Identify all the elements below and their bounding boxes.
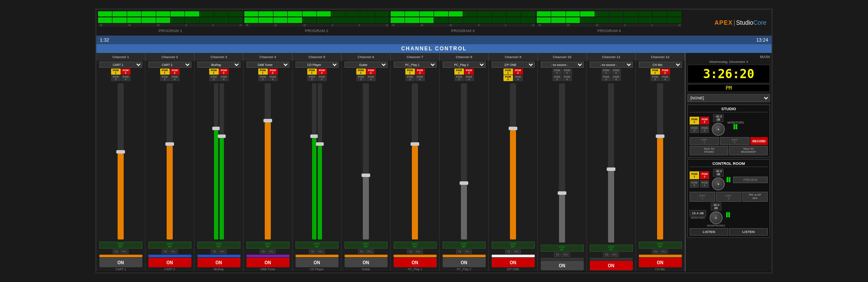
ch11-pgm1-btn[interactable]: PGM1 xyxy=(602,69,611,75)
ch12-auto-mix-btn[interactable]: AUTOMIX xyxy=(639,242,682,249)
ch12-pgm2-btn[interactable]: PGM2 xyxy=(661,69,670,75)
studio-pgm4-btn[interactable]: PGM4 xyxy=(700,125,710,133)
ch10-auto-mix-btn[interactable]: AUTOMIX xyxy=(541,245,584,252)
ch1-auto-mix-btn[interactable]: AUTOMIX xyxy=(99,242,142,249)
ch2-pgm4-btn[interactable]: PGM4 xyxy=(170,75,180,81)
ch12-pgm1-btn[interactable]: PGM1 xyxy=(651,69,660,75)
ch4-fader-handle[interactable] xyxy=(263,119,272,122)
ch6-pfl-btn[interactable]: PFL xyxy=(365,249,374,254)
ch6-fader-handle[interactable] xyxy=(362,174,370,177)
ch5-pgm3-btn[interactable]: PGM3 xyxy=(307,75,317,81)
ch11-fader-track[interactable] xyxy=(608,83,614,243)
ch5-fader-handle2[interactable] xyxy=(316,142,324,146)
ch8-on-btn[interactable]: ON xyxy=(443,258,486,267)
ch9-fader-handle[interactable] xyxy=(509,127,517,130)
ch9-pgm1-btn[interactable]: PGM1 xyxy=(503,69,513,75)
ch9-tb-btn[interactable]: TB xyxy=(505,249,512,254)
ch12-on-btn[interactable]: ON xyxy=(639,258,682,267)
ch7-pgm1-btn[interactable]: PGM1 xyxy=(405,69,415,75)
ch6-pgm3-btn[interactable]: PGM3 xyxy=(356,75,366,81)
ch5-auto-mix-btn[interactable]: AUTOMIX xyxy=(296,242,339,249)
ch8-pgm3-btn[interactable]: PGM3 xyxy=(454,75,464,81)
ch1-pgm1-btn[interactable]: PGM1 xyxy=(111,69,121,75)
ch12-pfl-btn[interactable]: PFL xyxy=(660,249,668,254)
ch10-pgm3-btn[interactable]: PGM3 xyxy=(552,75,562,81)
ch8-pfl-btn[interactable]: PFL xyxy=(464,249,472,254)
ch8-fader-track[interactable] xyxy=(461,83,467,239)
ch11-source-select[interactable]: - no source - xyxy=(590,62,633,68)
ch3-pgm1-btn[interactable]: PGM1 xyxy=(209,69,219,75)
ch12-fader-handle[interactable] xyxy=(656,134,664,138)
ch4-pgm3-btn[interactable]: PGM3 xyxy=(258,75,268,81)
ch5-on-btn[interactable]: ON xyxy=(296,258,339,267)
ch5-pgm2-btn[interactable]: PGM2 xyxy=(317,69,327,75)
ch4-pfl-btn[interactable]: PFL xyxy=(267,249,276,254)
ch6-tb-btn[interactable]: TB xyxy=(358,249,365,254)
ch3-pgm3-btn[interactable]: PGM3 xyxy=(209,75,219,81)
cr-pgm4-btn[interactable]: PGM4 xyxy=(700,180,710,188)
ch4-fader-track[interactable] xyxy=(265,83,271,239)
ch10-pgm4-btn[interactable]: PGM4 xyxy=(562,75,572,81)
ch10-pgm2-btn[interactable]: PGM2 xyxy=(562,69,572,75)
ch1-pgm3-btn[interactable]: PGM3 xyxy=(111,75,121,81)
ch6-source-select[interactable]: Guitar xyxy=(345,62,388,68)
ch1-pgm4-btn[interactable]: PGM4 xyxy=(121,75,131,81)
ch11-pgm3-btn[interactable]: PGM3 xyxy=(602,75,611,81)
ch9-source-select[interactable]: Z/P ONE xyxy=(492,62,535,68)
ch7-pgm4-btn[interactable]: PGM4 xyxy=(415,75,425,81)
ch1-tb-btn[interactable]: TB xyxy=(113,249,120,254)
ch7-tb-btn[interactable]: TB xyxy=(407,249,414,254)
ch7-pfl-btn[interactable]: PFL xyxy=(414,249,423,254)
ch3-pgm4-btn[interactable]: PGM4 xyxy=(219,75,229,81)
ch3-auto-mix-btn[interactable]: AUTOMIX xyxy=(197,242,240,249)
ch6-pgm2-btn[interactable]: PGM2 xyxy=(366,69,376,75)
ch8-tb-btn[interactable]: TB xyxy=(456,249,463,254)
ch6-pgm1-btn[interactable]: PGM1 xyxy=(356,69,366,75)
cr-monitors-knob[interactable]: ● xyxy=(712,177,725,190)
studio-talk-backdrop-btn[interactable]: TALK TOBACKDROP xyxy=(729,146,768,155)
ch11-pfl-btn[interactable]: PFL xyxy=(611,252,619,257)
studio-exit2-btn[interactable]: EXIT2 xyxy=(720,137,750,145)
ch10-fader-handle[interactable] xyxy=(558,191,566,195)
ch6-auto-mix-btn[interactable]: AUTOMIX xyxy=(345,242,388,249)
ch3-fader-track2[interactable] xyxy=(220,83,224,239)
cr-pgm2-btn[interactable]: PGM2 xyxy=(700,171,710,179)
ch2-on-btn[interactable]: ON xyxy=(148,258,191,267)
ch2-tb-btn[interactable]: TB xyxy=(162,249,169,254)
ch8-fader-handle[interactable] xyxy=(460,181,468,185)
ch3-pfl-btn[interactable]: PFL xyxy=(218,249,227,254)
cr-exit1-btn[interactable]: EXIT1 xyxy=(690,192,715,201)
ch1-pgm2-btn[interactable]: PGM2 xyxy=(121,69,131,75)
ch2-source-select[interactable]: CART 2 xyxy=(148,62,191,68)
ch10-pfl-btn[interactable]: PFL xyxy=(562,252,570,257)
ch2-pgm1-btn[interactable]: PGM1 xyxy=(160,69,170,75)
none-selector[interactable]: [NONE] xyxy=(687,94,770,102)
ch8-auto-mix-btn[interactable]: AUTOMIX xyxy=(443,242,486,249)
ch7-pgm2-btn[interactable]: PGM2 xyxy=(415,69,425,75)
ch9-pgm4-btn[interactable]: PGM4 xyxy=(513,75,523,81)
studio-pgm3-btn[interactable]: PGM3 xyxy=(690,125,699,133)
ch5-pgm4-btn[interactable]: PGM4 xyxy=(317,75,327,81)
ch4-pgm2-btn[interactable]: PGM2 xyxy=(268,69,278,75)
ch9-pgm2-btn[interactable]: PGM2 xyxy=(513,69,523,75)
ch2-fader-handle[interactable] xyxy=(165,142,174,146)
ch10-pgm1-btn[interactable]: PGM1 xyxy=(552,69,562,75)
ch4-pgm4-btn[interactable]: PGM4 xyxy=(268,75,278,81)
ch8-pgm4-btn[interactable]: PGM4 xyxy=(464,75,474,81)
cr-exit2-btn[interactable]: EXIT2 xyxy=(716,192,742,201)
ch5-pfl-btn[interactable]: PFL xyxy=(316,249,325,254)
ch4-on-btn[interactable]: ON xyxy=(247,258,289,267)
ch3-pgm2-btn[interactable]: PGM2 xyxy=(219,69,229,75)
ch4-auto-mix-btn[interactable]: AUTOMIX xyxy=(247,242,289,249)
ch9-on-btn[interactable]: ON xyxy=(492,258,535,267)
ch11-on-btn[interactable]: ON xyxy=(590,261,633,270)
ch5-tb-btn[interactable]: TB xyxy=(309,249,316,254)
ch11-pgm2-btn[interactable]: PGM2 xyxy=(612,69,621,75)
ch7-fader-track[interactable] xyxy=(412,83,418,239)
cr-preview-btn[interactable]: PREVIEW xyxy=(733,177,768,183)
ch3-source-select[interactable]: BluRay xyxy=(197,62,240,68)
cr-pfl-hp-btn[interactable]: PFL to HPOFF xyxy=(742,192,768,201)
ch7-pgm3-btn[interactable]: PGM3 xyxy=(405,75,415,81)
ch4-pgm1-btn[interactable]: PGM1 xyxy=(258,69,268,75)
ch6-fader-track[interactable] xyxy=(363,83,369,239)
